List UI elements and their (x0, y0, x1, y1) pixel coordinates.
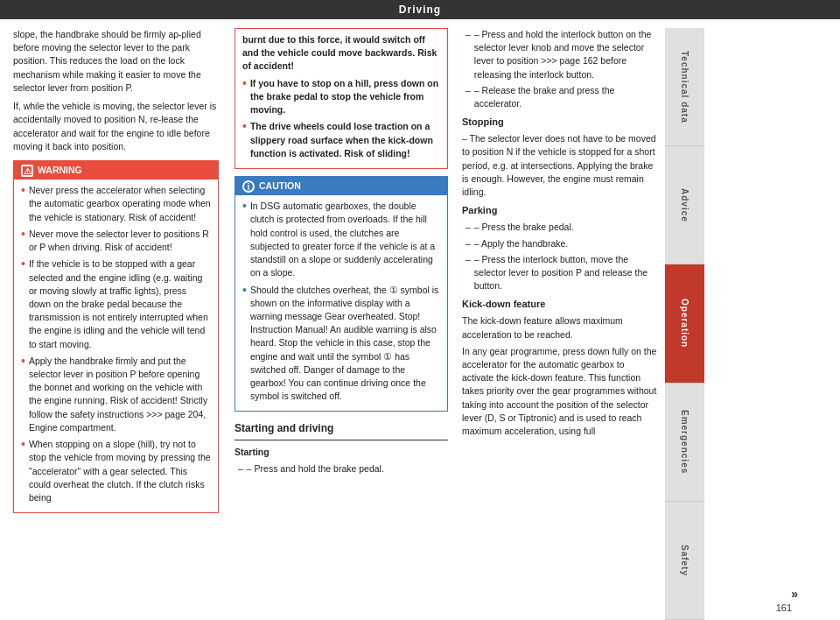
intro-paragraph: slope, the handbrake should be firmly ap… (13, 28, 219, 95)
page-container: Driving slope, the handbrake should be f… (0, 0, 840, 620)
parking-dash-text-2: – Apply the handbrake. (474, 237, 568, 250)
warning-continued-text: burnt due to this force, it would switch… (242, 33, 440, 74)
warning-continued-content: burnt due to this force, it would switch… (235, 29, 447, 168)
warning-bullet-1: • Never press the accelerator when selec… (21, 184, 211, 224)
caution-bullet-2: • Should the clutches overheat, the ① sy… (242, 284, 440, 404)
warning-bullet-3: • If the vehicle is to be stopped with a… (21, 257, 211, 351)
warning-bullet-text-2: Never move the selector lever to positio… (29, 228, 211, 254)
caution-header: i CAUTION (235, 177, 447, 195)
info-circle-icon: i (242, 180, 255, 193)
content-area: slope, the handbrake should be firmly ap… (0, 19, 840, 620)
stopping-text: – The selector lever does not have to be… (462, 132, 658, 199)
caution-bullet-text-1: In DSG automatic gearboxes, the double c… (250, 200, 440, 279)
starting-dash-item: – – Press and hold the brake pedal. (234, 462, 448, 476)
sidebar-tab-technical[interactable]: Technical data (665, 28, 704, 146)
warning-box: ⚠ WARNING • Never press the accelerator … (13, 160, 219, 513)
caution-label: CAUTION (259, 180, 301, 193)
sidebar-tab-operation-label: Operation (680, 299, 690, 348)
sidebar-tab-operation[interactable]: Operation (665, 264, 704, 383)
sidebar-tab-safety-label: Safety (680, 545, 690, 576)
warning-bullet-text-5: When stopping on a slope (hill), try not… (29, 438, 211, 504)
caution-dot-2: • (242, 284, 247, 404)
warning-bullet-text-4: Apply the handbrake firmly and put the s… (29, 355, 211, 434)
kick-down-heading: Kick-down feature (462, 298, 658, 312)
bullet-dot-3: • (21, 257, 25, 351)
caution-bullet-text-2: Should the clutches overheat, the ① symb… (250, 284, 440, 404)
mid-bullet-dot-1: • (242, 77, 247, 117)
right-dash-2: – – Release the brake and press the acce… (462, 84, 658, 110)
warning-mid-bullet-text-2: The drive wheels could lose traction on … (250, 120, 440, 160)
warning-bullet-text-3: If the vehicle is to be stopped with a g… (29, 257, 211, 351)
middle-column: burnt due to this force, it would switch… (228, 28, 455, 620)
parking-dash-1: – – Press the brake pedal. (462, 221, 658, 234)
caution-content: • In DSG automatic gearboxes, the double… (235, 195, 447, 411)
sidebar-tab-advice-label: Advice (680, 188, 690, 222)
main-content: slope, the handbrake should be firmly ap… (0, 19, 840, 620)
sidebar-tab-emergencies-label: Emergencies (680, 410, 690, 474)
right-dash-text-2: – Release the brake and press the accele… (474, 84, 658, 110)
kick-down-text: The kick-down feature allows maximum acc… (462, 314, 658, 341)
bullet-dot-4: • (21, 355, 25, 434)
right-dash-text-1: – Press and hold the interlock button on… (474, 28, 658, 81)
sidebar-tab-advice[interactable]: Advice (665, 146, 704, 264)
header-title: Driving (399, 4, 441, 16)
sidebar: Technical data Advice Operation Emergenc… (665, 28, 704, 620)
bullet-dot-1: • (21, 184, 25, 224)
dash-sym-1: – (238, 462, 243, 476)
warning-mid-bullet-text-1: If you have to stop on a hill, press dow… (250, 77, 440, 117)
sidebar-tab-safety[interactable]: Safety (665, 502, 704, 620)
stopping-heading: Stopping (462, 116, 658, 130)
page-number: 161 (776, 602, 792, 613)
page-header: Driving (0, 0, 840, 19)
para2: If, while the vehicle is moving, the sel… (13, 100, 219, 153)
starting-label: Starting (234, 446, 448, 459)
parking-dash-2: – – Apply the handbrake. (462, 237, 658, 250)
right-dash-1: – – Press and hold the interlock button … (462, 28, 658, 81)
warning-label: WARNING (38, 164, 82, 177)
warning-bullet-2: • Never move the selector lever to posit… (21, 228, 211, 254)
right-column: – – Press and hold the interlock button … (455, 28, 665, 620)
warning-header: ⚠ WARNING (14, 161, 218, 180)
right-dash-sym-2: – (466, 84, 471, 110)
caution-dot-1: • (242, 200, 247, 279)
caution-bullet-1: • In DSG automatic gearboxes, the double… (242, 200, 440, 279)
left-column: slope, the handbrake should be firmly ap… (0, 28, 228, 620)
warning-bullet-text-1: Never press the accelerator when selecti… (29, 184, 211, 224)
starting-driving-heading: Starting and driving (234, 419, 448, 440)
sidebar-tab-emergencies[interactable]: Emergencies (665, 384, 704, 502)
warning-bullet-5: • When stopping on a slope (hill), try n… (21, 438, 211, 504)
warning-mid-bullet-1: • If you have to stop on a hill, press d… (242, 77, 440, 117)
right-dash-sym-1: – (466, 28, 471, 81)
caution-box: i CAUTION • In DSG automatic gearboxes, … (234, 176, 448, 412)
warning-mid-bullet-2: • The drive wheels could lose traction o… (242, 120, 440, 160)
warning-triangle-icon: ⚠ (21, 165, 33, 177)
sidebar-tab-technical-label: Technical data (680, 51, 690, 123)
warning-continued-box: burnt due to this force, it would switch… (234, 28, 448, 169)
parking-dash-text-1: – Press the brake pedal. (474, 221, 574, 234)
parking-dash-text-3: – Press the interlock button, move the s… (474, 253, 658, 293)
parking-dash-sym-2: – (466, 237, 471, 250)
parking-dash-sym-3: – (466, 253, 471, 293)
chevron-right-icon: » (791, 587, 798, 601)
bullet-dot-2: • (21, 228, 25, 254)
warning-content: • Never press the accelerator when selec… (14, 180, 218, 512)
parking-heading: Parking (462, 204, 658, 218)
parking-dash-sym-1: – (466, 221, 471, 234)
parking-dash-3: – – Press the interlock button, move the… (462, 253, 658, 293)
bullet-dot-5: • (21, 438, 25, 504)
starting-dash-text: – Press and hold the brake pedal. (247, 462, 384, 476)
warning-bullet-4: • Apply the handbrake firmly and put the… (21, 355, 211, 434)
mid-bullet-dot-2: • (242, 120, 247, 160)
kick-down-para2: In any gear programme, press down fully … (462, 345, 658, 439)
